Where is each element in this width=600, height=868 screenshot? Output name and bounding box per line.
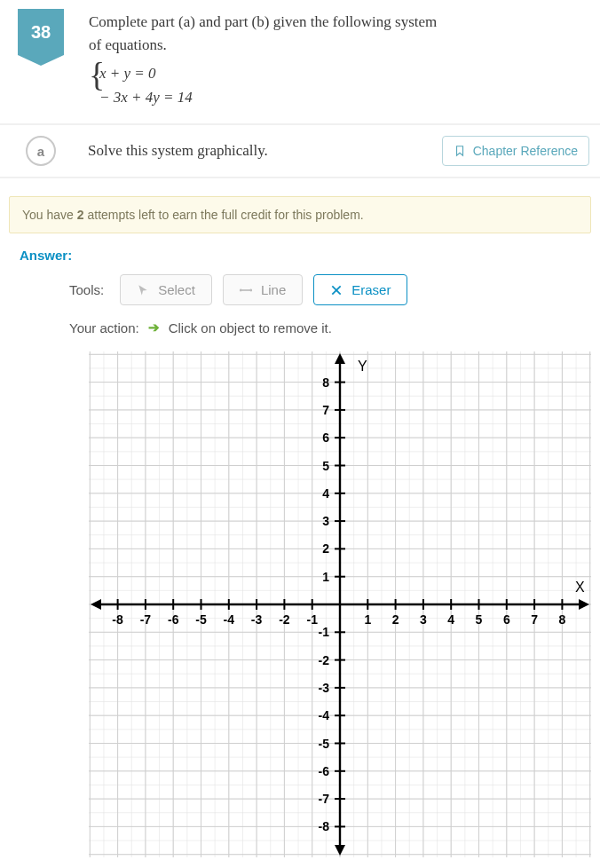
line-icon — [240, 284, 252, 296]
svg-text:5: 5 — [476, 612, 483, 627]
svg-marker-120 — [91, 599, 101, 610]
part-row: a Solve this system graphically. Chapter… — [0, 125, 600, 178]
svg-text:-7: -7 — [319, 792, 330, 806]
problem-number-badge: 38 — [18, 9, 64, 55]
svg-text:X: X — [575, 580, 585, 595]
svg-text:-5: -5 — [195, 612, 207, 627]
svg-marker-119 — [579, 599, 589, 610]
svg-text:3: 3 — [420, 612, 427, 627]
svg-text:Y: Y — [358, 359, 367, 374]
svg-text:4: 4 — [447, 612, 454, 627]
svg-text:6: 6 — [503, 612, 510, 627]
equation-1: x + y = 0 — [99, 61, 444, 85]
eraser-tool-label: Eraser — [351, 282, 391, 297]
svg-text:-6: -6 — [168, 612, 179, 627]
svg-text:-2: -2 — [279, 612, 290, 627]
tools-row: Tools: Select Line Eraser — [0, 274, 600, 305]
svg-text:1: 1 — [322, 570, 329, 584]
close-icon — [330, 284, 343, 296]
svg-text:-6: -6 — [319, 764, 330, 778]
svg-point-1 — [240, 288, 242, 291]
svg-text:2: 2 — [322, 542, 329, 556]
chapter-reference-label: Chapter Reference — [473, 144, 578, 158]
svg-text:2: 2 — [392, 612, 399, 627]
prompt-text: Complete part (a) and part (b) given the… — [89, 11, 444, 56]
grid-svg: -8-7-6-5-4-3-2-112345678-8-7-6-5-4-3-2-1… — [89, 351, 591, 857]
svg-text:1: 1 — [364, 612, 371, 627]
svg-text:3: 3 — [322, 514, 329, 528]
svg-text:5: 5 — [322, 459, 329, 473]
select-tool-button[interactable]: Select — [120, 274, 212, 305]
chapter-reference-button[interactable]: Chapter Reference — [442, 136, 589, 166]
svg-text:-8: -8 — [319, 820, 330, 834]
bookmark-icon — [454, 145, 466, 157]
eraser-tool-button[interactable]: Eraser — [313, 274, 407, 305]
answer-label: Answer: — [20, 248, 72, 263]
svg-text:-3: -3 — [251, 612, 263, 627]
svg-text:-4: -4 — [319, 709, 330, 723]
attempts-banner: You have 2 attempts left to earn the ful… — [9, 196, 591, 233]
problem-header: 38 Complete part (a) and part (b) given … — [0, 0, 600, 125]
svg-text:7: 7 — [531, 612, 538, 627]
svg-text:-7: -7 — [140, 612, 152, 627]
line-tool-label: Line — [261, 282, 286, 297]
svg-text:7: 7 — [322, 403, 329, 417]
action-row: Your action: ➔ Click on object to remove… — [0, 320, 600, 335]
line-tool-button[interactable]: Line — [223, 274, 303, 305]
svg-point-2 — [249, 288, 252, 291]
equation-system: { x + y = 0 − 3x + 4y = 14 — [89, 61, 444, 109]
equation-2: − 3x + 4y = 14 — [99, 85, 444, 109]
arrow-right-icon: ➔ — [148, 320, 160, 335]
attempts-suffix: attempts left to earn the full credit fo… — [84, 208, 364, 222]
attempts-prefix: You have — [22, 208, 77, 222]
svg-text:-8: -8 — [112, 612, 123, 627]
coordinate-grid[interactable]: -8-7-6-5-4-3-2-112345678-8-7-6-5-4-3-2-1… — [89, 351, 591, 857]
problem-prompt: Complete part (a) and part (b) given the… — [89, 9, 444, 109]
svg-text:8: 8 — [559, 612, 566, 627]
action-hint: Click on object to remove it. — [169, 320, 332, 335]
select-tool-label: Select — [158, 282, 195, 297]
svg-text:-5: -5 — [319, 737, 330, 751]
svg-text:-1: -1 — [319, 626, 330, 640]
svg-text:6: 6 — [322, 431, 329, 446]
svg-text:-4: -4 — [224, 612, 235, 627]
part-letter-badge: a — [26, 136, 56, 166]
svg-text:4: 4 — [322, 486, 329, 501]
brace-icon: { — [89, 58, 105, 91]
svg-text:8: 8 — [322, 375, 329, 390]
part-prompt: Solve this system graphically. — [88, 142, 442, 160]
svg-text:-2: -2 — [319, 653, 330, 667]
tools-label: Tools: — [69, 282, 104, 297]
attempts-count: 2 — [77, 208, 84, 222]
pointer-icon — [137, 284, 149, 296]
svg-text:-1: -1 — [306, 612, 318, 627]
answer-section: Answer: — [0, 248, 600, 264]
action-label: Your action: — [69, 320, 139, 335]
svg-text:-3: -3 — [319, 681, 330, 695]
